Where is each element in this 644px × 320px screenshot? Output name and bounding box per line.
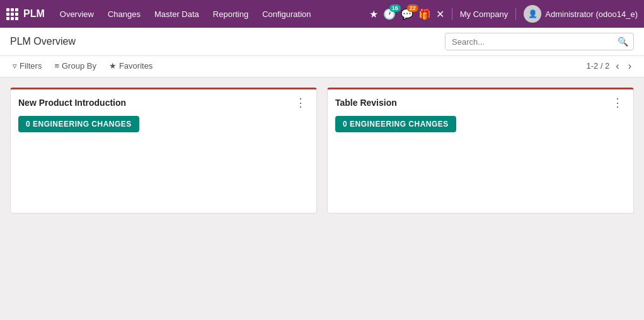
navbar-right: ★ 🕐 16 💬 22 🎁 ✕ My Company 👤 Administrat… — [369, 5, 638, 23]
nav-changes[interactable]: Changes — [101, 6, 147, 23]
card-title-0: New Product Introduction — [18, 98, 126, 108]
clock-icon[interactable]: 🕐 16 — [383, 8, 396, 20]
navbar-divider — [452, 8, 452, 20]
navbar: PLM Overview Changes Master Data Reporti… — [0, 0, 644, 28]
nav-menu: Overview Changes Master Data Reporting C… — [54, 6, 367, 23]
eng-changes-button-0[interactable]: 0 ENGINEERING CHANGES — [18, 116, 139, 132]
chat-badge: 22 — [407, 4, 418, 12]
nav-configuration[interactable]: Configuration — [256, 6, 317, 23]
clock-badge: 16 — [389, 4, 401, 12]
company-name[interactable]: My Company — [460, 9, 509, 19]
search-button[interactable]: 🔍 — [612, 33, 633, 50]
filter-icon: ▿ — [13, 61, 17, 71]
card-menu-button-1[interactable]: ⋮ — [609, 97, 626, 108]
favorites-star-icon: ★ — [109, 61, 117, 71]
groupby-label: Group By — [62, 61, 96, 71]
favorites-button[interactable]: ★ Favorites — [106, 60, 155, 72]
search-input[interactable] — [446, 34, 612, 50]
nav-master-data[interactable]: Master Data — [148, 6, 205, 23]
chat-icon[interactable]: 💬 22 — [401, 8, 413, 20]
favorites-label: Favorites — [119, 61, 152, 71]
filters-label: Filters — [20, 61, 42, 71]
card-header-0: New Product Introduction ⋮ — [18, 97, 309, 108]
navbar-divider2 — [515, 8, 516, 20]
nav-overview[interactable]: Overview — [54, 6, 100, 23]
star-icon[interactable]: ★ — [369, 8, 378, 20]
user-name: Administrator (odoo14_e) — [545, 9, 638, 19]
prev-page-button[interactable]: ‹ — [613, 60, 621, 72]
search-container: 🔍 — [445, 33, 634, 50]
page-title: PLM Overview — [10, 36, 76, 47]
groupby-button[interactable]: ≡ Group By — [52, 60, 99, 72]
kanban-card-1: Table Revision ⋮ 0 ENGINEERING CHANGES — [327, 88, 634, 214]
close-icon[interactable]: ✕ — [436, 8, 444, 20]
brand-logo[interactable]: PLM — [23, 8, 45, 20]
kanban-card-0: New Product Introduction ⋮ 0 ENGINEERING… — [10, 88, 317, 214]
card-title-1: Table Revision — [335, 98, 397, 108]
kanban-board: New Product Introduction ⋮ 0 ENGINEERING… — [0, 77, 644, 224]
card-menu-button-0[interactable]: ⋮ — [292, 97, 309, 108]
pagination: 1-2 / 2 ‹ › — [586, 60, 634, 72]
brand-name: PLM — [23, 8, 45, 20]
card-header-1: Table Revision ⋮ — [335, 97, 626, 108]
apps-icon[interactable] — [6, 8, 18, 20]
groupby-icon: ≡ — [54, 61, 59, 71]
filter-bar: ▿ Filters ≡ Group By ★ Favorites 1-2 / 2… — [0, 56, 644, 77]
gift-icon[interactable]: 🎁 — [418, 8, 431, 20]
user-avatar: 👤 — [524, 5, 541, 23]
user-menu[interactable]: 👤 Administrator (odoo14_e) — [524, 5, 638, 23]
pagination-text: 1-2 / 2 — [586, 61, 609, 71]
subheader: PLM Overview 🔍 — [0, 28, 644, 56]
filters-button[interactable]: ▿ Filters — [10, 60, 44, 72]
nav-reporting[interactable]: Reporting — [207, 6, 255, 23]
next-page-button[interactable]: › — [626, 60, 634, 72]
eng-changes-button-1[interactable]: 0 ENGINEERING CHANGES — [335, 116, 456, 132]
